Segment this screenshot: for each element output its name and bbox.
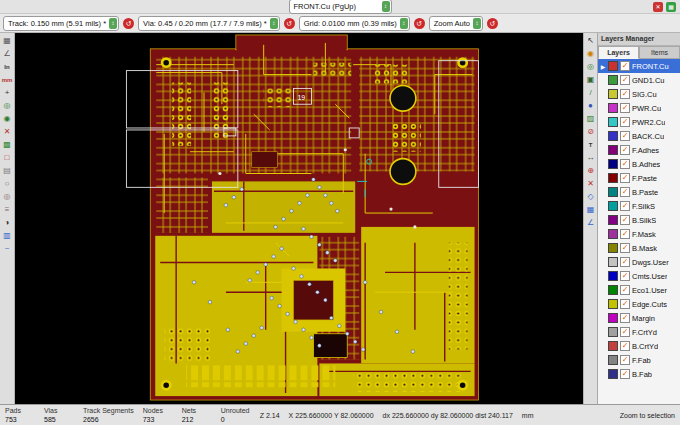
layer-color-swatch[interactable] xyxy=(608,89,618,99)
layer-row-back-cu[interactable]: ✓BACK.Cu xyxy=(598,129,680,143)
grid-size-select[interactable]: Grid: 0.0100 mm (0.39 mils) xyxy=(299,16,410,31)
layer-color-swatch[interactable] xyxy=(608,243,618,253)
layer-visibility-checkbox[interactable]: ✓ xyxy=(620,271,630,281)
layer-visibility-checkbox[interactable]: ✓ xyxy=(620,159,630,169)
module-ratsnest-icon[interactable]: ◉ xyxy=(1,113,13,125)
layer-visibility-checkbox[interactable]: ✓ xyxy=(620,187,630,197)
layer-row-pwr2-cu[interactable]: ✓PWR2.Cu xyxy=(598,115,680,129)
layer-row-f-silks[interactable]: ✓F.SilkS xyxy=(598,199,680,213)
microwave-toolbar-icon[interactable]: ~ xyxy=(1,243,13,255)
layer-row-dwgs-user[interactable]: ✓Dwgs.User xyxy=(598,255,680,269)
grid-origin-icon[interactable]: ▦ xyxy=(585,204,597,216)
layer-row-eco1-user[interactable]: ✓Eco1.User xyxy=(598,283,680,297)
layer-color-swatch[interactable] xyxy=(608,369,618,379)
add-target-icon[interactable]: ⊕ xyxy=(585,165,597,177)
pcb-canvas[interactable]: 19 xyxy=(15,33,583,404)
vias-sketch-icon[interactable]: ◎ xyxy=(1,191,13,203)
measure-icon[interactable]: ∠ xyxy=(585,217,597,229)
via-size-select[interactable]: Via: 0.45 / 0.20 mm (17.7 / 7.9 mils) * xyxy=(138,16,280,31)
layer-color-swatch[interactable] xyxy=(608,201,618,211)
layer-visibility-checkbox[interactable]: ✓ xyxy=(620,201,630,211)
layer-visibility-checkbox[interactable]: ✓ xyxy=(620,229,630,239)
grid-settings-icon[interactable] xyxy=(414,18,425,29)
high-contrast-icon[interactable]: ◑ xyxy=(1,217,13,229)
layer-color-swatch[interactable] xyxy=(608,75,618,85)
layer-row-cmts-user[interactable]: ✓Cmts.User xyxy=(598,269,680,283)
layer-color-swatch[interactable] xyxy=(608,285,618,295)
layer-color-swatch[interactable] xyxy=(608,299,618,309)
layer-row-b-mask[interactable]: ✓B.Mask xyxy=(598,241,680,255)
layer-color-swatch[interactable] xyxy=(608,159,618,169)
add-dimension-icon[interactable]: ↔ xyxy=(585,152,597,164)
layer-color-swatch[interactable] xyxy=(608,117,618,127)
layer-color-swatch[interactable] xyxy=(608,103,618,113)
layer-visibility-checkbox[interactable]: ✓ xyxy=(620,285,630,295)
layer-color-swatch[interactable] xyxy=(608,61,618,71)
drc-green-icon[interactable]: ▦ xyxy=(666,2,676,12)
layer-row-f-mask[interactable]: ✓F.Mask xyxy=(598,227,680,241)
layer-row-f-adhes[interactable]: ✓F.Adhes xyxy=(598,143,680,157)
layer-visibility-checkbox[interactable]: ✓ xyxy=(620,243,630,253)
layer-color-swatch[interactable] xyxy=(608,173,618,183)
layer-color-swatch[interactable] xyxy=(608,229,618,239)
layer-visibility-checkbox[interactable]: ✓ xyxy=(620,327,630,337)
zones-show-icon[interactable]: ▩ xyxy=(1,139,13,151)
layer-row-b-silks[interactable]: ✓B.SilkS xyxy=(598,213,680,227)
layer-visibility-checkbox[interactable]: ✓ xyxy=(620,145,630,155)
layer-color-swatch[interactable] xyxy=(608,313,618,323)
tab-items[interactable]: Items xyxy=(639,46,680,59)
add-keepout-icon[interactable]: ⊘ xyxy=(585,126,597,138)
zones-hide-icon[interactable]: □ xyxy=(1,152,13,164)
add-text-icon[interactable]: T xyxy=(585,139,597,151)
layer-color-swatch[interactable] xyxy=(608,131,618,141)
layer-visibility-checkbox[interactable]: ✓ xyxy=(620,75,630,85)
autodelete-track-icon[interactable]: ✕ xyxy=(1,126,13,138)
drill-origin-icon[interactable]: ◇ xyxy=(585,191,597,203)
layer-visibility-checkbox[interactable]: ✓ xyxy=(620,215,630,225)
units-inch-icon[interactable]: In xyxy=(1,61,13,73)
highlight-net-icon[interactable]: ◉ xyxy=(585,48,597,60)
grid-toggle-icon[interactable]: ▦ xyxy=(1,35,13,47)
cursor-shape-icon[interactable]: + xyxy=(1,87,13,99)
zoom-select[interactable]: Zoom Auto xyxy=(429,16,483,31)
add-via-icon[interactable]: ● xyxy=(585,100,597,112)
layer-color-swatch[interactable] xyxy=(608,355,618,365)
layer-visibility-checkbox[interactable]: ✓ xyxy=(620,355,630,365)
layer-color-swatch[interactable] xyxy=(608,215,618,225)
tracks-sketch-icon[interactable]: ≡ xyxy=(1,204,13,216)
layers-manager-toggle-icon[interactable]: ▥ xyxy=(1,230,13,242)
tab-layers[interactable]: Layers xyxy=(598,46,639,59)
layer-color-swatch[interactable] xyxy=(608,145,618,155)
zoom-settings-icon[interactable] xyxy=(487,18,498,29)
track-width-auto-icon[interactable] xyxy=(123,18,134,29)
layer-visibility-checkbox[interactable]: ✓ xyxy=(620,131,630,141)
via-size-auto-icon[interactable] xyxy=(284,18,295,29)
layer-visibility-checkbox[interactable]: ✓ xyxy=(620,173,630,183)
layer-color-swatch[interactable] xyxy=(608,257,618,267)
layer-color-swatch[interactable] xyxy=(608,341,618,351)
layer-row-f-crtyd[interactable]: ✓F.CrtYd xyxy=(598,325,680,339)
pads-sketch-icon[interactable]: ○ xyxy=(1,178,13,190)
route-track-icon[interactable]: / xyxy=(585,87,597,99)
select-tool-icon[interactable]: ↖ xyxy=(585,35,597,47)
layer-row-b-paste[interactable]: ✓B.Paste xyxy=(598,185,680,199)
track-width-select[interactable]: Track: 0.150 mm (5.91 mils) * xyxy=(3,16,119,31)
layer-row-f-paste[interactable]: ✓F.Paste xyxy=(598,171,680,185)
layer-visibility-checkbox[interactable]: ✓ xyxy=(620,299,630,309)
layer-visibility-checkbox[interactable]: ✓ xyxy=(620,103,630,113)
layer-color-swatch[interactable] xyxy=(608,187,618,197)
layer-row-b-fab[interactable]: ✓B.Fab xyxy=(598,367,680,381)
units-mm-icon[interactable]: mm xyxy=(1,74,13,86)
layer-row-gnd1-cu[interactable]: ✓GND1.Cu xyxy=(598,73,680,87)
layer-row-margin[interactable]: ✓Margin xyxy=(598,311,680,325)
layer-row-f-fab[interactable]: ✓F.Fab xyxy=(598,353,680,367)
local-ratsnest-icon[interactable]: ◎ xyxy=(585,61,597,73)
layer-row-front-cu[interactable]: ▶✓FRONT.Cu xyxy=(598,59,680,73)
layer-color-swatch[interactable] xyxy=(608,271,618,281)
warning-red-icon[interactable]: ✕ xyxy=(653,2,663,12)
layer-visibility-checkbox[interactable]: ✓ xyxy=(620,117,630,127)
layer-visibility-checkbox[interactable]: ✓ xyxy=(620,89,630,99)
ratsnest-show-icon[interactable]: ◎ xyxy=(1,100,13,112)
layer-visibility-checkbox[interactable]: ✓ xyxy=(620,341,630,351)
layer-visibility-checkbox[interactable]: ✓ xyxy=(620,313,630,323)
